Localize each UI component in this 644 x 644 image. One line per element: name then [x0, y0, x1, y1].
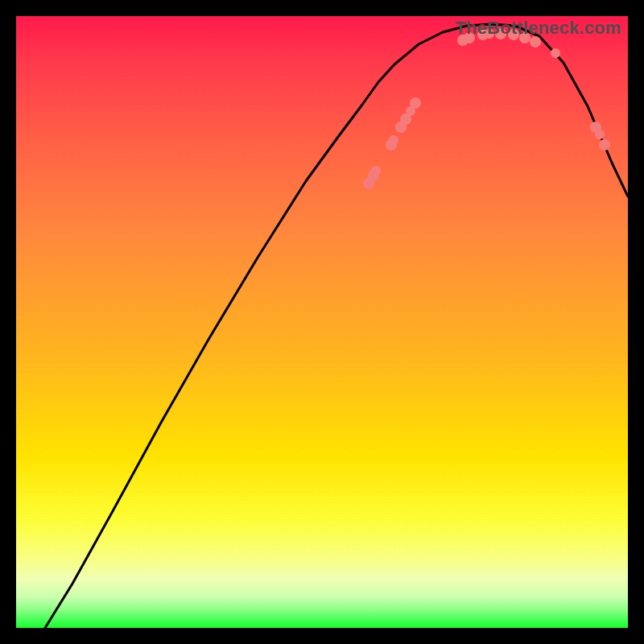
svg-point-2: [371, 166, 381, 175]
svg-point-4: [389, 135, 398, 145]
svg-point-19: [595, 130, 605, 139]
chart-svg: [16, 16, 628, 628]
bottleneck-curve: [45, 24, 628, 628]
chart-frame: TheBottleneck.com: [16, 16, 628, 628]
data-point-markers: [363, 28, 610, 189]
svg-point-8: [410, 97, 421, 109]
svg-point-17: [551, 48, 560, 58]
watermark-text: TheBottleneck.com: [456, 18, 621, 39]
svg-point-20: [599, 139, 610, 151]
